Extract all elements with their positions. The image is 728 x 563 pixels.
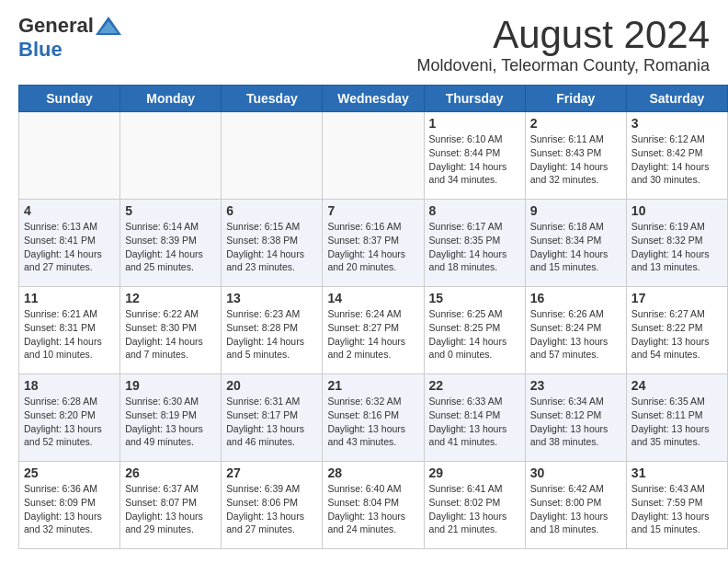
logo-blue-text: Blue (18, 38, 63, 62)
day-info: Sunrise: 6:22 AM Sunset: 8:30 PM Dayligh… (125, 307, 216, 362)
day-number: 16 (530, 291, 621, 305)
day-cell: 1Sunrise: 6:10 AM Sunset: 8:44 PM Daylig… (424, 112, 525, 200)
day-number: 30 (530, 465, 621, 480)
day-number: 9 (530, 203, 621, 218)
day-info: Sunrise: 6:40 AM Sunset: 8:04 PM Dayligh… (327, 482, 418, 536)
day-header-monday: Monday (120, 86, 222, 112)
day-cell: 3Sunrise: 6:12 AM Sunset: 8:42 PM Daylig… (626, 112, 727, 200)
day-number: 12 (125, 291, 216, 305)
day-header-friday: Friday (525, 86, 626, 112)
day-info: Sunrise: 6:32 AM Sunset: 8:16 PM Dayligh… (327, 395, 418, 449)
day-number: 27 (226, 465, 317, 480)
day-cell: 18Sunrise: 6:28 AM Sunset: 8:20 PM Dayli… (19, 374, 120, 462)
day-number: 15 (429, 291, 520, 305)
day-number: 3 (631, 116, 722, 131)
day-info: Sunrise: 6:27 AM Sunset: 8:22 PM Dayligh… (631, 307, 722, 362)
day-number: 10 (631, 203, 722, 218)
day-header-wednesday: Wednesday (323, 86, 424, 112)
day-info: Sunrise: 6:39 AM Sunset: 8:06 PM Dayligh… (226, 482, 317, 536)
day-cell: 8Sunrise: 6:17 AM Sunset: 8:35 PM Daylig… (424, 200, 525, 287)
day-header-sunday: Sunday (19, 86, 120, 112)
day-number: 26 (125, 465, 216, 480)
day-cell: 28Sunrise: 6:40 AM Sunset: 8:04 PM Dayli… (323, 462, 424, 549)
day-info: Sunrise: 6:10 AM Sunset: 8:44 PM Dayligh… (429, 132, 520, 187)
day-cell (120, 112, 222, 200)
calendar-week-row: 25Sunrise: 6:36 AM Sunset: 8:09 PM Dayli… (19, 462, 728, 549)
day-header-saturday: Saturday (626, 86, 727, 112)
day-cell: 11Sunrise: 6:21 AM Sunset: 8:31 PM Dayli… (19, 287, 120, 374)
day-info: Sunrise: 6:33 AM Sunset: 8:14 PM Dayligh… (429, 395, 520, 449)
day-info: Sunrise: 6:21 AM Sunset: 8:31 PM Dayligh… (24, 307, 115, 362)
calendar-table: SundayMondayTuesdayWednesdayThursdayFrid… (18, 85, 728, 549)
day-number: 17 (631, 291, 722, 305)
day-header-tuesday: Tuesday (222, 86, 323, 112)
day-info: Sunrise: 6:18 AM Sunset: 8:34 PM Dayligh… (530, 220, 621, 274)
day-number: 6 (226, 203, 317, 218)
day-cell: 6Sunrise: 6:15 AM Sunset: 8:38 PM Daylig… (222, 200, 323, 287)
day-number: 28 (327, 465, 418, 480)
day-info: Sunrise: 6:43 AM Sunset: 7:59 PM Dayligh… (631, 482, 722, 536)
day-info: Sunrise: 6:25 AM Sunset: 8:25 PM Dayligh… (429, 307, 520, 362)
day-cell: 5Sunrise: 6:14 AM Sunset: 8:39 PM Daylig… (120, 200, 222, 287)
day-info: Sunrise: 6:24 AM Sunset: 8:27 PM Dayligh… (327, 307, 418, 362)
calendar-week-row: 1Sunrise: 6:10 AM Sunset: 8:44 PM Daylig… (19, 112, 728, 200)
page-header: General Blue August 2024 Moldoveni, Tele… (0, 0, 728, 85)
day-number: 2 (530, 116, 621, 131)
day-cell: 24Sunrise: 6:35 AM Sunset: 8:11 PM Dayli… (626, 374, 727, 462)
day-info: Sunrise: 6:15 AM Sunset: 8:38 PM Dayligh… (226, 220, 317, 274)
day-cell: 23Sunrise: 6:34 AM Sunset: 8:12 PM Dayli… (525, 374, 626, 462)
day-number: 23 (530, 378, 621, 393)
calendar-header-row: SundayMondayTuesdayWednesdayThursdayFrid… (19, 86, 728, 112)
day-info: Sunrise: 6:26 AM Sunset: 8:24 PM Dayligh… (530, 307, 621, 362)
calendar-wrapper: SundayMondayTuesdayWednesdayThursdayFrid… (0, 85, 728, 558)
day-info: Sunrise: 6:13 AM Sunset: 8:41 PM Dayligh… (24, 220, 115, 274)
day-info: Sunrise: 6:19 AM Sunset: 8:32 PM Dayligh… (631, 220, 722, 274)
day-info: Sunrise: 6:30 AM Sunset: 8:19 PM Dayligh… (125, 395, 216, 449)
day-number: 20 (226, 378, 317, 393)
main-title: August 2024 (417, 14, 711, 56)
day-cell: 7Sunrise: 6:16 AM Sunset: 8:37 PM Daylig… (323, 200, 424, 287)
day-cell: 26Sunrise: 6:37 AM Sunset: 8:07 PM Dayli… (120, 462, 222, 549)
calendar-week-row: 11Sunrise: 6:21 AM Sunset: 8:31 PM Dayli… (19, 287, 728, 374)
logo: General Blue (18, 14, 121, 62)
day-cell: 10Sunrise: 6:19 AM Sunset: 8:32 PM Dayli… (626, 200, 727, 287)
title-block: August 2024 Moldoveni, Teleorman County,… (417, 14, 711, 75)
day-cell: 9Sunrise: 6:18 AM Sunset: 8:34 PM Daylig… (525, 200, 626, 287)
day-number: 8 (429, 203, 520, 218)
day-number: 25 (24, 465, 115, 480)
calendar-week-row: 4Sunrise: 6:13 AM Sunset: 8:41 PM Daylig… (19, 200, 728, 287)
day-number: 19 (125, 378, 216, 393)
day-number: 4 (24, 203, 115, 218)
day-cell: 12Sunrise: 6:22 AM Sunset: 8:30 PM Dayli… (120, 287, 222, 374)
day-number: 14 (327, 291, 418, 305)
day-cell (19, 112, 120, 200)
day-cell: 25Sunrise: 6:36 AM Sunset: 8:09 PM Dayli… (19, 462, 120, 549)
day-number: 18 (24, 378, 115, 393)
day-info: Sunrise: 6:37 AM Sunset: 8:07 PM Dayligh… (125, 482, 216, 536)
day-number: 22 (429, 378, 520, 393)
day-number: 1 (429, 116, 520, 131)
day-info: Sunrise: 6:11 AM Sunset: 8:43 PM Dayligh… (530, 132, 621, 187)
day-number: 5 (125, 203, 216, 218)
day-number: 24 (631, 378, 722, 393)
day-cell: 16Sunrise: 6:26 AM Sunset: 8:24 PM Dayli… (525, 287, 626, 374)
day-cell: 29Sunrise: 6:41 AM Sunset: 8:02 PM Dayli… (424, 462, 525, 549)
day-header-thursday: Thursday (424, 86, 525, 112)
day-cell: 20Sunrise: 6:31 AM Sunset: 8:17 PM Dayli… (222, 374, 323, 462)
day-number: 29 (429, 465, 520, 480)
day-cell: 30Sunrise: 6:42 AM Sunset: 8:00 PM Dayli… (525, 462, 626, 549)
day-cell: 19Sunrise: 6:30 AM Sunset: 8:19 PM Dayli… (120, 374, 222, 462)
logo-icon (96, 17, 121, 35)
day-cell: 22Sunrise: 6:33 AM Sunset: 8:14 PM Dayli… (424, 374, 525, 462)
day-cell: 27Sunrise: 6:39 AM Sunset: 8:06 PM Dayli… (222, 462, 323, 549)
day-info: Sunrise: 6:28 AM Sunset: 8:20 PM Dayligh… (24, 395, 115, 449)
day-info: Sunrise: 6:36 AM Sunset: 8:09 PM Dayligh… (24, 482, 115, 536)
day-info: Sunrise: 6:41 AM Sunset: 8:02 PM Dayligh… (429, 482, 520, 536)
day-cell: 15Sunrise: 6:25 AM Sunset: 8:25 PM Dayli… (424, 287, 525, 374)
day-info: Sunrise: 6:17 AM Sunset: 8:35 PM Dayligh… (429, 220, 520, 274)
day-number: 21 (327, 378, 418, 393)
day-info: Sunrise: 6:23 AM Sunset: 8:28 PM Dayligh… (226, 307, 317, 362)
day-info: Sunrise: 6:31 AM Sunset: 8:17 PM Dayligh… (226, 395, 317, 449)
day-cell: 4Sunrise: 6:13 AM Sunset: 8:41 PM Daylig… (19, 200, 120, 287)
day-cell: 13Sunrise: 6:23 AM Sunset: 8:28 PM Dayli… (222, 287, 323, 374)
